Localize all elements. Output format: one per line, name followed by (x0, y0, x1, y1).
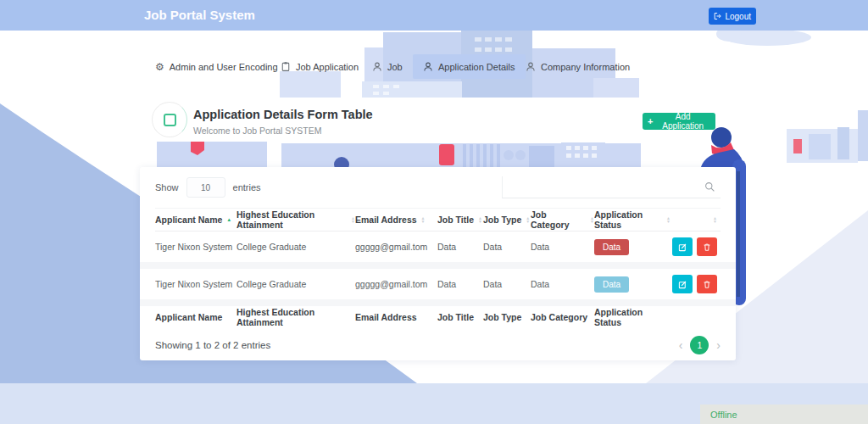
logout-button[interactable]: Logout (709, 8, 756, 25)
entries-select[interactable]: 10 (186, 177, 225, 198)
app-title: Job Portal System (144, 0, 255, 31)
row-separator (140, 262, 736, 269)
cell-job-type: Data (483, 279, 531, 289)
cell-job-category: Data (531, 279, 594, 289)
table-footer-row: Applicant Name Highest Education Attainm… (155, 306, 721, 328)
search-icon (704, 181, 715, 192)
table-controls: Show 10 entries (140, 167, 736, 208)
pagination-previous[interactable]: ‹ (679, 339, 683, 351)
app-header: Job Portal System Logout (0, 0, 868, 31)
length-control: Show 10 entries (155, 177, 261, 198)
footer-column-label: Email Address (355, 312, 437, 322)
cell-job-category: Data (531, 242, 594, 252)
tab-label: Application Details (438, 62, 515, 72)
status-bar: Offline (700, 404, 868, 424)
status-badge[interactable]: Data (594, 276, 629, 293)
table-header-row: Applicant Name Highest Education Attainm… (155, 208, 721, 232)
plus-icon: + (648, 116, 653, 126)
table-row: Tiger Nixon System College Graduate gggg… (155, 232, 721, 262)
edit-icon (678, 280, 687, 289)
cell-applicant-name: Tiger Nixon System (155, 242, 236, 252)
column-header-actions[interactable] (670, 216, 717, 223)
tab-label: Job (387, 62, 403, 72)
sort-icon (526, 216, 530, 223)
entries-label: entries (233, 182, 261, 192)
cell-education: College Graduate (236, 279, 355, 289)
tab-label: Company Information (541, 62, 630, 72)
offline-status: Offline (710, 410, 737, 420)
footer-column-label: Job Category (531, 312, 594, 322)
tab-job-application[interactable]: Job Application (281, 54, 359, 79)
sort-icon (421, 216, 426, 223)
search-input[interactable] (502, 176, 721, 198)
person-icon (372, 62, 382, 72)
column-header-education[interactable]: Highest Education Attainment (236, 209, 355, 230)
edit-icon (678, 243, 687, 252)
tab-label: Job Application (296, 62, 359, 72)
person-icon (526, 62, 536, 72)
footer-column-label: Job Title (437, 312, 483, 322)
table-card: Show 10 entries Applicant Name Highest E… (140, 167, 736, 360)
delete-button[interactable] (697, 275, 717, 293)
clipboard-icon (281, 61, 291, 72)
logout-icon (714, 12, 721, 20)
status-badge[interactable]: Data (594, 239, 629, 255)
sort-icon (478, 216, 482, 223)
delete-button[interactable] (697, 237, 717, 256)
column-header-job-category[interactable]: Job Category (531, 209, 594, 230)
search-field (502, 176, 721, 198)
table-row: Tiger Nixon System College Graduate gggg… (155, 269, 721, 299)
tab-admin-and-user-encoding[interactable]: ⚙ Admin and User Encoding (155, 54, 278, 79)
add-application-label: Add Application (655, 112, 710, 131)
gear-icon: ⚙ (155, 62, 164, 72)
footer-column-label: Job Type (483, 312, 531, 322)
column-header-email[interactable]: Email Address (355, 215, 437, 225)
cell-applicant-name: Tiger Nixon System (155, 279, 236, 289)
cell-job-title: Data (437, 279, 483, 289)
form-logo-icon (152, 102, 187, 137)
trash-icon (703, 280, 711, 289)
page-subtitle: Welcome to Job Portal SYSTEM (193, 126, 322, 136)
logout-label: Logout (725, 12, 751, 21)
column-header-applicant-name[interactable]: Applicant Name (155, 215, 236, 225)
cell-email: ggggg@gmail.tom (355, 242, 437, 252)
footer-column-label: Application Status (594, 307, 670, 327)
table-summary: Showing 1 to 2 of 2 entries (155, 340, 270, 350)
sort-ascending-icon (226, 217, 231, 222)
cell-job-type: Data (483, 242, 531, 252)
column-header-application-status[interactable]: Application Status (594, 209, 670, 230)
show-label: Show (155, 182, 179, 192)
page-title: Application Details Form Table (193, 108, 373, 121)
table-info-bar: Showing 1 to 2 of 2 entries ‹ 1 › (140, 328, 736, 362)
pagination-next[interactable]: › (716, 339, 721, 351)
pagination-page-1[interactable]: 1 (690, 336, 709, 354)
cell-email: ggggg@gmail.tom (355, 279, 437, 289)
tab-job[interactable]: Job (372, 54, 403, 79)
footer-column-label: Applicant Name (155, 312, 236, 322)
column-header-job-type[interactable]: Job Type (483, 215, 531, 225)
pagination: ‹ 1 › (679, 336, 721, 354)
tab-company-information[interactable]: Company Information (526, 54, 630, 79)
trash-icon (703, 243, 711, 252)
person-icon (423, 62, 433, 72)
app-window: Job Portal System Logout ⚙ Admin and Use… (0, 0, 868, 424)
cell-job-title: Data (437, 242, 483, 252)
footer-column-label: Highest Education Attainment (236, 307, 355, 327)
edit-button[interactable] (672, 275, 693, 293)
row-separator (140, 299, 736, 306)
add-application-button[interactable]: + Add Application (643, 113, 715, 130)
tab-application-details[interactable]: Application Details (413, 54, 526, 79)
cell-education: College Graduate (236, 242, 355, 252)
sort-icon (713, 216, 717, 223)
column-header-job-title[interactable]: Job Title (437, 215, 483, 225)
tab-label: Admin and User Encoding (170, 62, 278, 72)
edit-button[interactable] (672, 237, 693, 256)
